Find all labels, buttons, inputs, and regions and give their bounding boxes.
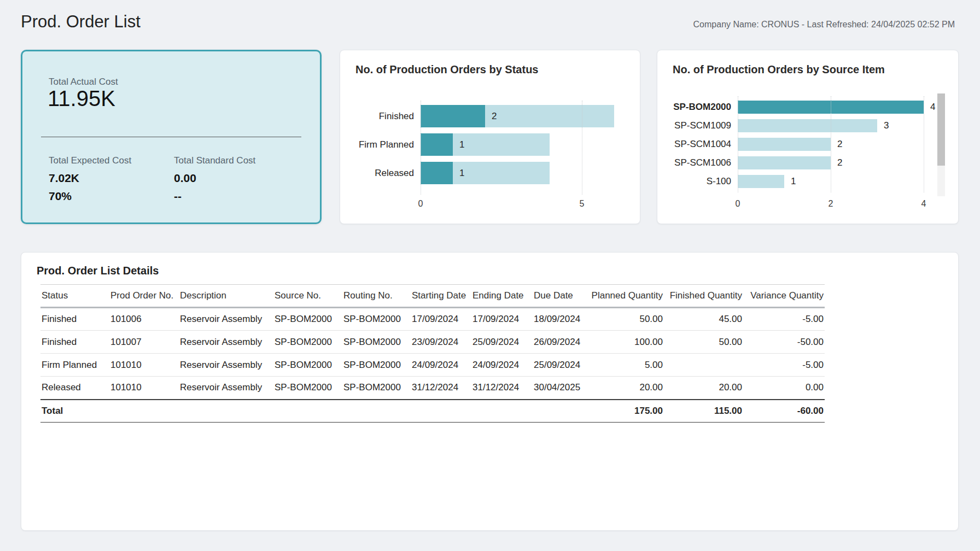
column-header[interactable]: Source No.	[273, 285, 342, 308]
table-cell: 18/09/2024	[533, 308, 587, 331]
bar-value-segment[interactable]	[421, 105, 485, 127]
column-header[interactable]: Starting Date	[411, 285, 471, 308]
table-cell: 23/09/2024	[411, 331, 471, 354]
bar-track[interactable]	[421, 105, 614, 127]
status-bar-row: Finished2	[340, 105, 640, 127]
table-cell: Reservoir Assembly	[179, 308, 273, 331]
bar-value-segment[interactable]	[738, 138, 831, 151]
column-header[interactable]: Due Date	[533, 285, 587, 308]
column-header[interactable]: Ending Date	[471, 285, 533, 308]
bar-value-segment[interactable]	[421, 162, 453, 184]
category-label: SP-SCM1006	[657, 157, 731, 168]
bar-value-segment[interactable]	[738, 156, 831, 169]
bar-data-label: 4	[930, 102, 935, 113]
bar-value-segment[interactable]	[738, 119, 877, 132]
status-bar-row: Firm Planned1	[340, 133, 640, 156]
table-total-cell: 175.00	[587, 400, 664, 423]
bar-track[interactable]	[421, 133, 550, 156]
x-axis-tick-label: 0	[736, 199, 740, 209]
table-row[interactable]: Finished101007Reservoir AssemblySP-BOM20…	[40, 331, 825, 354]
source-bar-row: SP-SCM10042	[657, 138, 958, 151]
column-header[interactable]: Status	[40, 285, 109, 308]
table-total-cell	[109, 400, 179, 423]
column-header[interactable]: Planned Quantity	[587, 285, 664, 308]
table-total-cell: Total	[40, 400, 109, 423]
axis-gridline	[924, 96, 924, 192]
axis-gridline	[738, 96, 738, 192]
category-label: Released	[340, 168, 414, 179]
scrollbar-thumb[interactable]	[937, 93, 945, 166]
table-total-cell: 115.00	[664, 400, 743, 423]
bar-data-label: 1	[791, 176, 796, 187]
table-cell: 0.00	[743, 377, 825, 400]
bar-data-label: 2	[837, 157, 842, 168]
category-label: S-100	[657, 176, 731, 187]
source-bar-row: SP-SCM10093	[657, 119, 958, 132]
table-cell: SP-BOM2000	[342, 331, 411, 354]
source-bar-row: SP-BOM20004	[657, 101, 958, 114]
table-cell	[664, 354, 743, 377]
table-cell: 100.00	[587, 331, 664, 354]
kpi-secondary-label: Total Standard Cost	[174, 155, 255, 166]
kpi-secondary-label: Total Expected Cost	[49, 155, 131, 166]
table-cell: 101010	[109, 377, 179, 400]
axis-gridline	[421, 101, 421, 195]
x-axis-tick-label: 4	[921, 199, 926, 209]
kpi-secondary-sub: 70%	[49, 190, 131, 203]
axis-gridline	[831, 96, 831, 192]
table-cell: 25/09/2024	[533, 354, 587, 377]
table-cell: 31/12/2024	[471, 377, 533, 400]
table-cell: 101007	[109, 331, 179, 354]
kpi-divider	[41, 137, 301, 137]
table-cell: Finished	[40, 308, 109, 331]
table-cell: 25/09/2024	[471, 331, 533, 354]
table-row[interactable]: Released101010Reservoir AssemblySP-BOM20…	[40, 377, 825, 400]
table-total-cell	[273, 400, 342, 423]
table-cell: 101010	[109, 354, 179, 377]
bar-track[interactable]	[421, 162, 550, 184]
table-cell: 50.00	[664, 331, 743, 354]
table-total-cell	[471, 400, 533, 423]
bar-value-segment[interactable]	[738, 175, 784, 188]
bar-data-label: 2	[837, 139, 842, 150]
source-chart-scrollbar[interactable]	[937, 93, 945, 196]
bar-data-label: 2	[492, 111, 497, 122]
table-cell: SP-BOM2000	[273, 354, 342, 377]
total-actual-cost-card[interactable]: Total Actual Cost 11.95K Total Expected …	[21, 50, 322, 224]
table-cell: 5.00	[587, 354, 664, 377]
column-header[interactable]: Description	[179, 285, 273, 308]
table-row[interactable]: Firm Planned101010Reservoir AssemblySP-B…	[40, 354, 825, 377]
dashboard-page: Prod. Order List Company Name: CRONUS - …	[0, 0, 980, 551]
orders-by-source-item-chart[interactable]: No. of Production Orders by Source Item …	[657, 50, 959, 224]
x-axis-tick-label: 0	[418, 199, 423, 209]
bar-data-label: 1	[459, 168, 464, 179]
kpi-primary-label: Total Actual Cost	[49, 77, 118, 87]
category-label: SP-BOM2000	[657, 102, 731, 113]
orders-by-status-chart[interactable]: No. of Production Orders by Status Finis…	[340, 50, 640, 224]
table-body: Finished101006Reservoir AssemblySP-BOM20…	[40, 308, 825, 423]
table-cell: 24/09/2024	[471, 354, 533, 377]
kpi-standard-cost-block: Total Standard Cost 0.00 --	[174, 155, 255, 203]
source-bar-row: SP-SCM10062	[657, 156, 958, 169]
table-cell: 31/12/2024	[411, 377, 471, 400]
table-row[interactable]: Finished101006Reservoir AssemblySP-BOM20…	[40, 308, 825, 331]
table-cell: -5.00	[743, 308, 825, 331]
column-header[interactable]: Prod Order No.	[109, 285, 179, 308]
table-cell: Released	[40, 377, 109, 400]
table-cell: Finished	[40, 331, 109, 354]
bar-value-segment[interactable]	[421, 133, 453, 156]
category-label: Finished	[340, 111, 414, 122]
kpi-secondary-value: 7.02K	[49, 172, 131, 185]
column-header[interactable]: Routing No.	[342, 285, 411, 308]
status-chart-title: No. of Production Orders by Status	[355, 63, 538, 76]
table-cell: 30/04/2025	[533, 377, 587, 400]
kpi-primary-value: 11.95K	[48, 86, 115, 111]
column-header[interactable]: Variance Quantity	[743, 285, 825, 308]
prod-order-details-card[interactable]: Prod. Order List Details StatusProd Orde…	[21, 252, 959, 531]
axis-gridline	[582, 101, 582, 195]
table-cell: 24/09/2024	[411, 354, 471, 377]
source-chart-title: No. of Production Orders by Source Item	[673, 63, 885, 76]
table-header-row: StatusProd Order No.DescriptionSource No…	[40, 285, 825, 308]
column-header[interactable]: Finished Quantity	[664, 285, 743, 308]
bar-data-label: 1	[459, 139, 464, 150]
